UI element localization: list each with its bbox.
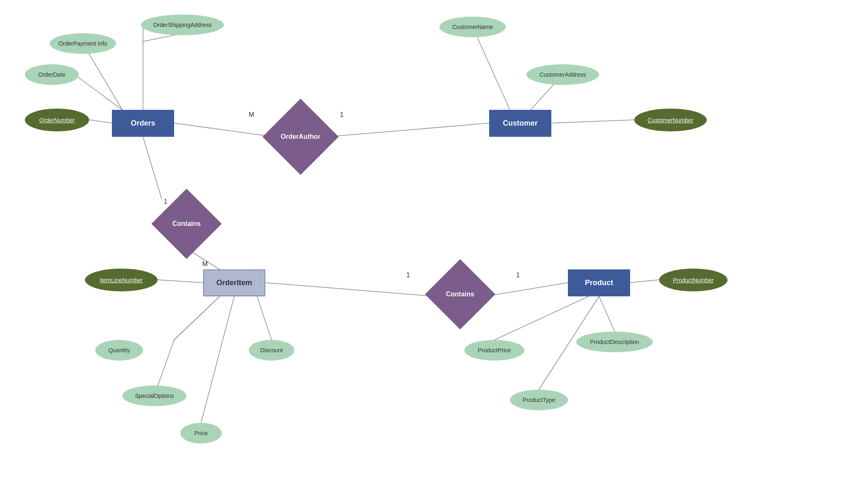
attr-itemlinenumber: ItemLineNumber xyxy=(85,269,158,291)
er-diagram: Orders Customer Product OrderItem OrderA… xyxy=(0,0,844,504)
svg-line-15 xyxy=(599,296,615,332)
svg-line-2 xyxy=(89,120,112,123)
svg-line-3 xyxy=(75,75,122,110)
svg-line-8 xyxy=(551,120,634,123)
entity-product[interactable]: Product xyxy=(568,269,630,296)
multiplicity-m1: M xyxy=(249,111,254,119)
relationship-contains1[interactable]: Contains xyxy=(162,199,211,249)
entity-orderitem[interactable]: OrderItem xyxy=(203,269,265,296)
attr-productnumber: ProductNumber xyxy=(659,269,728,291)
entity-customer[interactable]: Customer xyxy=(489,110,551,137)
svg-line-0 xyxy=(174,123,274,137)
attr-productprice: ProductPrice xyxy=(464,340,524,361)
attr-quantity: Quantity xyxy=(95,340,143,361)
svg-line-13 xyxy=(630,280,659,283)
svg-line-11 xyxy=(265,283,435,296)
multiplicity-m2: M xyxy=(202,260,208,268)
attr-ordershippingaddress: OrderShippingAddress xyxy=(141,15,224,35)
relationship-contains2[interactable]: Contains xyxy=(435,269,485,319)
svg-line-19 xyxy=(257,296,272,340)
svg-line-20 xyxy=(201,296,234,423)
attr-specialoptions: SpecialOptions xyxy=(122,385,187,406)
attr-discount: Discount xyxy=(249,340,294,361)
attr-customeraddress: CustomerAddress xyxy=(526,64,599,85)
attr-orderdate: OrderDate xyxy=(25,64,79,85)
svg-line-17 xyxy=(158,280,203,283)
multiplicity-1b: 1 xyxy=(164,198,167,206)
svg-line-14 xyxy=(495,296,589,340)
svg-line-12 xyxy=(485,283,568,296)
attr-ordernumber: OrderNumber xyxy=(25,109,89,131)
attr-productdescription: ProductDescription xyxy=(576,332,653,352)
attr-customername: CustomerName xyxy=(439,17,506,37)
multiplicity-1c: 1 xyxy=(406,271,410,279)
svg-line-18 xyxy=(174,296,220,340)
svg-line-6 xyxy=(473,27,510,110)
attr-orderpaymentinfo: OrderPayment Info xyxy=(50,33,116,54)
connector-lines xyxy=(0,0,844,504)
attr-producttype: ProductType xyxy=(510,390,568,410)
attr-price: Price xyxy=(180,423,222,443)
relationship-orderauthor[interactable]: OrderAuthor xyxy=(274,110,327,164)
svg-line-9 xyxy=(143,137,162,199)
svg-line-1 xyxy=(327,123,489,137)
multiplicity-1a: 1 xyxy=(340,111,344,119)
multiplicity-1d: 1 xyxy=(516,271,520,279)
attr-customernumber: CustomerNumber xyxy=(634,109,707,131)
entity-orders[interactable]: Orders xyxy=(112,110,174,137)
